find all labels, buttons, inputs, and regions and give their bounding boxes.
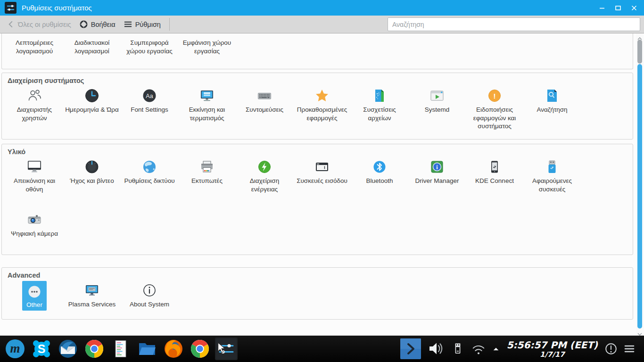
login-screen-icon bbox=[199, 88, 215, 103]
tray-removable-device-notifier[interactable] bbox=[450, 341, 465, 356]
taskbar: mS 5:56:57 PM (EET) 1/7/17 bbox=[0, 336, 644, 362]
usb-tray-icon bbox=[450, 341, 465, 356]
item-label: Εμφάνιση χώρου εργασίας bbox=[179, 39, 235, 55]
settings-content: Λεπτομέρειες λογαριασμούΔιαδικτυακοί λογ… bbox=[0, 33, 644, 336]
item-label: Εκκίνηση και τερματισμός bbox=[179, 106, 235, 122]
item-label: Plasma Services bbox=[68, 300, 116, 309]
settings-item[interactable]: AaFont Settings bbox=[121, 84, 178, 131]
taskbar-thunderbird[interactable] bbox=[57, 337, 79, 360]
item-label: Ημερομηνία & Ώρα bbox=[65, 106, 119, 114]
top-row-grid: Λεπτομέρειες λογαριασμούΔιαδικτυακοί λογ… bbox=[2, 33, 586, 55]
systemsettings-icon bbox=[5, 2, 17, 14]
tray-panel-expand[interactable] bbox=[400, 338, 421, 359]
taskbar-chrome[interactable] bbox=[189, 337, 211, 360]
configure-label: Ρύθμιση bbox=[135, 21, 161, 28]
scrollbar-thumb[interactable] bbox=[637, 64, 642, 329]
settings-item[interactable]: Συσχετίσεις αρχείων bbox=[351, 84, 408, 131]
item-label: Ειδοποιήσεις εφαρμογών και συστήματος bbox=[466, 106, 523, 131]
settings-item[interactable]: !Ειδοποιήσεις εφαρμογών και συστήματος bbox=[466, 84, 523, 131]
scroll-down-icon[interactable] bbox=[637, 330, 643, 335]
settings-item[interactable]: Plasma Services bbox=[63, 279, 121, 311]
selected-item-highlight[interactable]: Other bbox=[22, 281, 47, 311]
systemsettings-task-icon bbox=[216, 338, 237, 359]
maximize-button[interactable] bbox=[614, 4, 622, 12]
settings-item[interactable]: Διαχείριση ενέργειας bbox=[236, 156, 293, 208]
settings-item[interactable]: Systemd bbox=[408, 84, 466, 131]
settings-item[interactable]: KDE Connect bbox=[466, 156, 523, 208]
window-controls bbox=[598, 4, 638, 12]
taskbar-system-settings-task[interactable] bbox=[215, 337, 238, 360]
item-label: Διαχείριση ενέργειας bbox=[236, 177, 293, 193]
item-label: KDE Connect bbox=[475, 177, 514, 185]
settings-item[interactable]: Αναζήτηση bbox=[523, 84, 581, 131]
all-settings-button[interactable]: Όλες οι ρυθμίσεις bbox=[7, 20, 71, 28]
taskbar-skype[interactable]: S bbox=[30, 337, 53, 360]
settings-item[interactable]: Εκτυπωτές bbox=[178, 156, 236, 208]
close-button[interactable] bbox=[630, 4, 638, 12]
settings-item[interactable]: Ημερομηνία & Ώρα bbox=[63, 84, 121, 131]
settings-item[interactable]: Συντομεύσεις bbox=[236, 84, 293, 131]
task-manager: mS bbox=[4, 337, 241, 360]
taskbar-firefox[interactable] bbox=[162, 337, 185, 360]
tray-volume[interactable] bbox=[426, 339, 446, 359]
usb-stick-icon bbox=[545, 159, 560, 174]
input-devices-icon bbox=[314, 159, 330, 174]
display-icon bbox=[27, 159, 42, 174]
settings-item[interactable]: Ρυθμίσεις δικτύου bbox=[121, 156, 178, 208]
settings-item[interactable]: Προκαθορισμένες εφαρμογές bbox=[293, 84, 351, 131]
settings-item[interactable]: Bluetooth bbox=[351, 156, 408, 208]
wifi-icon bbox=[470, 340, 487, 357]
item-label: Bluetooth bbox=[366, 177, 393, 185]
taskbar-app-launcher[interactable]: m bbox=[4, 337, 26, 360]
clock-icon bbox=[84, 88, 99, 103]
notification-icon: ! bbox=[487, 88, 502, 103]
settings-item[interactable]: Εμφάνιση χώρου εργασίας bbox=[178, 33, 236, 55]
tray-tray-expander[interactable] bbox=[492, 345, 500, 353]
settings-item[interactable]: Ήχος και βίντεο bbox=[63, 156, 121, 208]
launcher-m-icon: m bbox=[5, 338, 25, 359]
settings-item[interactable]: Διαχειριστής χρηστών bbox=[6, 84, 63, 131]
settings-item[interactable]: Αφαιρούμενες συσκευές bbox=[523, 156, 581, 208]
section-box-system-administration: Διαχείριση συστήματος Διαχειριστής χρηστ… bbox=[1, 73, 633, 140]
settings-item[interactable]: Συσκευές εισόδου bbox=[293, 156, 351, 208]
skype-icon: S bbox=[31, 338, 52, 359]
toolbar-separator bbox=[169, 18, 170, 31]
tray-notifications[interactable] bbox=[603, 341, 619, 356]
about-icon bbox=[142, 283, 157, 298]
bluetooth-icon bbox=[372, 159, 387, 174]
taskbar-chromium[interactable] bbox=[83, 337, 106, 360]
settings-item[interactable]: Εκκίνηση και τερματισμός bbox=[178, 84, 236, 131]
scrollbar-track-segment[interactable] bbox=[637, 40, 642, 64]
settings-item[interactable]: Ψηφιακή κάμερα bbox=[6, 208, 63, 261]
item-label: Συντομεύσεις bbox=[246, 106, 283, 114]
camera-icon bbox=[27, 212, 42, 227]
panel-arrow-icon bbox=[400, 338, 421, 359]
hamburger-tray-icon bbox=[623, 343, 636, 355]
advanced-grid: OtherPlasma ServicesAbout System bbox=[2, 279, 586, 311]
item-label: Εκτυπωτές bbox=[191, 177, 223, 185]
item-label: Other bbox=[26, 301, 42, 309]
search-input[interactable] bbox=[388, 17, 640, 31]
settings-item[interactable]: About System bbox=[121, 279, 178, 311]
settings-item[interactable]: iDriver Manager bbox=[408, 156, 466, 208]
settings-item[interactable]: Διαδικτυακοί λογαριασμοί bbox=[63, 33, 121, 55]
toolbar: Όλες οι ρυθμίσεις Βοήθεια Ρύθμιση bbox=[0, 16, 644, 33]
settings-item[interactable]: Απεικόνιση και οθόνη bbox=[6, 156, 63, 208]
scroll-up-icon[interactable] bbox=[637, 34, 643, 39]
item-label: Λεπτομέρειες λογαριασμού bbox=[6, 39, 63, 55]
all-settings-label: Όλες οι ρυθμίσεις bbox=[18, 21, 71, 28]
settings-item[interactable]: Συμπεριφορά χώρου εργασίας bbox=[121, 33, 178, 55]
tray-network[interactable] bbox=[470, 340, 487, 357]
digital-clock[interactable]: 5:56:57 PM (EET) 1/7/17 bbox=[507, 340, 598, 358]
help-button[interactable]: Βοήθεια bbox=[80, 20, 116, 28]
section-box-advanced: Advanced OtherPlasma ServicesAbout Syste… bbox=[1, 267, 633, 320]
power-icon bbox=[257, 159, 272, 174]
configure-button[interactable]: Ρύθμιση bbox=[124, 20, 161, 28]
minimize-button[interactable] bbox=[598, 4, 606, 12]
taskbar-text-editor[interactable] bbox=[109, 337, 132, 360]
settings-item[interactable]: Λεπτομέρειες λογαριασμού bbox=[6, 33, 63, 55]
tray-panel-menu[interactable] bbox=[623, 343, 636, 355]
settings-item[interactable]: Other bbox=[6, 279, 63, 311]
taskbar-file-manager[interactable] bbox=[136, 337, 158, 360]
vertical-scrollbar[interactable] bbox=[636, 33, 644, 336]
